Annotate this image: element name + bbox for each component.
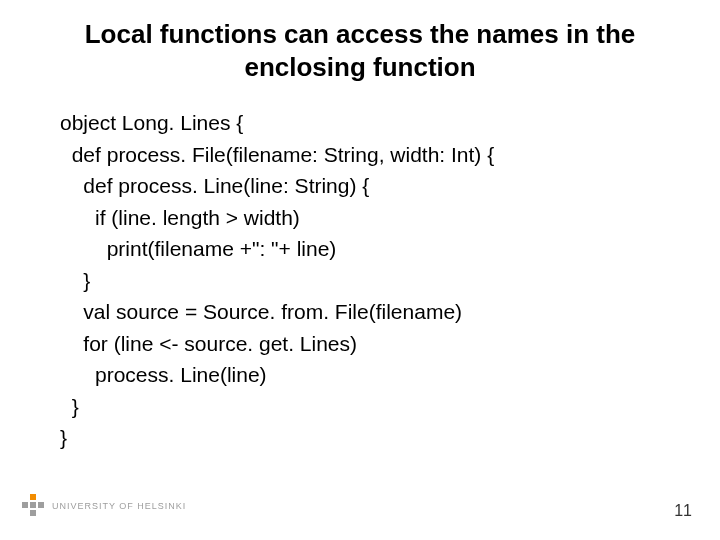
svg-rect-2 — [30, 502, 36, 508]
code-line: def process. Line(line: String) { — [60, 170, 660, 202]
code-line: def process. File(filename: String, widt… — [60, 139, 660, 171]
page-number: 11 — [674, 502, 692, 520]
svg-rect-1 — [22, 502, 28, 508]
slide: Local functions can access the names in … — [0, 0, 720, 540]
svg-rect-4 — [30, 510, 36, 516]
code-line: val source = Source. from. File(filename… — [60, 296, 660, 328]
svg-rect-0 — [30, 494, 36, 500]
code-line: for (line <- source. get. Lines) — [60, 328, 660, 360]
svg-rect-3 — [38, 502, 44, 508]
slide-title: Local functions can access the names in … — [0, 0, 720, 93]
code-block: object Long. Lines { def process. File(f… — [0, 93, 720, 454]
university-name: UNIVERSITY OF HELSINKI — [52, 501, 186, 511]
code-line: if (line. length > width) — [60, 202, 660, 234]
code-line: } — [60, 422, 660, 454]
code-line: } — [60, 265, 660, 297]
code-line: object Long. Lines { — [60, 107, 660, 139]
university-logo: UNIVERSITY OF HELSINKI — [16, 488, 196, 526]
code-line: process. Line(line) — [60, 359, 660, 391]
code-line: } — [60, 391, 660, 423]
code-line: print(filename +": "+ line) — [60, 233, 660, 265]
